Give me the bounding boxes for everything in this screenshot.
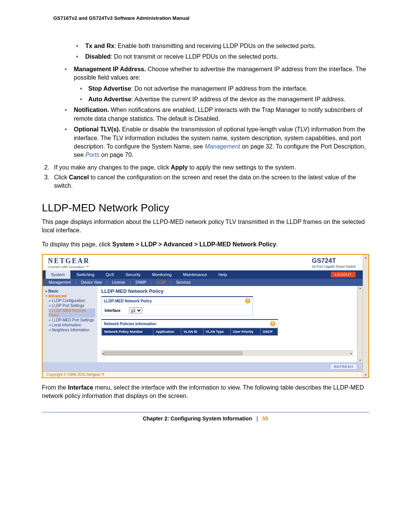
opt-auto: Auto Advertise: Advertise the current IP… — [80, 95, 369, 104]
doc-header: GS716Tv2 and GS724Tv3 Software Administr… — [42, 15, 369, 21]
opt-txrx: Tx and Rx: Enable both transmitting and … — [76, 42, 369, 50]
tab-monitoring[interactable]: Monitoring — [147, 270, 177, 279]
opt-tlv: Optional TLV(s). Enable or disable the t… — [65, 125, 369, 160]
col-vlantype: VLAN Type — [203, 328, 230, 335]
step-2-pre: If you make any changes to the page, cli… — [54, 164, 171, 171]
sidebar-item-neighbors-info[interactable]: » Neighbors Information — [49, 328, 95, 332]
subnav-device-view[interactable]: Device View — [80, 280, 104, 284]
opt-auto-text: : Advertise the current IP address of th… — [131, 96, 345, 102]
opt-notif-text: When notifications are enabled, LLDP int… — [74, 107, 362, 121]
tab-switching[interactable]: Switching — [71, 270, 100, 279]
opt-stop-text: : Do not advertise the management IP add… — [131, 85, 307, 92]
subnav-lldp[interactable]: LLDP — [155, 280, 167, 284]
sub-nav: Management| Device View| License| SNMP| … — [43, 279, 363, 286]
interface-label: Interface — [105, 308, 121, 313]
para-path-post: . — [276, 241, 278, 248]
para-intro: This page displays information about the… — [42, 218, 369, 235]
help-icon[interactable]: ? — [245, 298, 250, 304]
tab-system[interactable]: System — [46, 270, 70, 279]
sidebar-item-lldp-port[interactable]: » LLDP Port Settings — [49, 304, 95, 308]
step-2-post: to apply the new settings to the system. — [188, 164, 296, 171]
opt-stop-label: Stop Advertise — [88, 85, 131, 92]
para-post-shot: From the Interface menu, select the inte… — [42, 383, 369, 401]
subnav-management[interactable]: Management — [47, 280, 72, 284]
scroll-up-icon[interactable]: ▴ — [363, 255, 368, 259]
tagline: Connect with Innovation ™ — [48, 265, 90, 269]
outer-vertical-scrollbar[interactable]: ▴ ▾ — [363, 255, 368, 377]
step-3-pre: Click — [54, 174, 69, 181]
tab-maintenance[interactable]: Maintenance — [178, 270, 212, 279]
step-3-cancel: Cancel — [69, 174, 89, 181]
panel2-head: Network Policies Information — [104, 322, 156, 326]
col-dscp: DSCP — [261, 328, 278, 335]
col-npnum: Network Policy Number — [102, 328, 153, 335]
footer-page-number: 55 — [262, 415, 268, 422]
footer-sep: | — [256, 415, 258, 422]
opt-txrx-label: Tx and Rx — [85, 43, 114, 49]
opt-notif-label: Notification. — [74, 107, 109, 113]
post-shot-pre: From the — [42, 384, 68, 391]
post-shot-b: Interface — [68, 384, 93, 391]
opt-tlv-post: on page 70. — [100, 152, 134, 158]
chevron-right-icon: ▸ — [46, 289, 47, 293]
opt-mgmt-label: Management IP Address. — [74, 66, 146, 72]
panel-title: LLDP-MED Network Policy — [101, 288, 353, 294]
scroll-down-icon[interactable]: ▾ — [359, 358, 361, 362]
breadcrumb-path: System > LLDP > Advanced > LLDP-MED Netw… — [112, 241, 276, 248]
link-ports[interactable]: Ports — [85, 152, 99, 158]
sidebar-item-lldp-med-np[interactable]: » LLDP-MED Network Policy — [49, 308, 95, 318]
network-policies-table: Network Policy Number Application VLAN I… — [102, 328, 278, 335]
opt-tlv-label: Optional TLV(s). — [74, 126, 120, 133]
page-rule — [42, 412, 369, 412]
subnav-snmp[interactable]: SNMP — [134, 280, 148, 284]
subnav-services[interactable]: Services — [175, 280, 192, 284]
col-vlanid: VLAN ID — [181, 328, 203, 335]
para-path-pre: To display this page, click — [42, 241, 112, 248]
subnav-license[interactable]: License — [110, 280, 126, 284]
scroll-thumb[interactable] — [104, 351, 242, 355]
step-2: If you make any changes to the page, cli… — [51, 163, 369, 172]
sidebar-item-local-info[interactable]: » Local Information — [49, 323, 95, 328]
inner-vertical-scrollbar[interactable]: ▴ ▾ — [357, 286, 363, 362]
model-subtitle: 24 Port Gigabit Smart Switch — [312, 265, 356, 268]
col-userprio: User Priority — [230, 328, 260, 335]
model-name: GS724T — [312, 257, 356, 265]
sidebar-item-lldp-med-port[interactable]: » LLDP-MED Port Settings — [49, 318, 95, 323]
scroll-up-icon[interactable]: ▴ — [359, 286, 361, 290]
horizontal-scrollbar[interactable]: ◂ ▸ — [101, 350, 353, 356]
step-3-post: to cancel the configuration on the scree… — [54, 174, 356, 189]
opt-disabled-label: Disabled — [85, 53, 111, 60]
sidebar-basic[interactable]: ▸Basic — [46, 289, 95, 293]
netgear-logo: NETGEAR — [48, 257, 90, 265]
scroll-right-icon[interactable]: ▸ — [350, 351, 352, 355]
tab-help[interactable]: Help — [213, 270, 233, 279]
ui-screenshot: NETGEAR Connect with Innovation ™ GS724T… — [42, 254, 369, 378]
opt-auto-label: Auto Advertise — [88, 96, 131, 102]
scroll-down-icon[interactable]: ▾ — [363, 373, 368, 377]
opt-notif: Notification. When notifications are ena… — [65, 106, 369, 123]
copyright-text: Copyright © 1996-2010 Netgear ® — [43, 371, 363, 377]
footer-chapter: Chapter 2: Configuring System Informatio… — [143, 415, 252, 422]
refresh-button[interactable]: REFRESH — [330, 364, 357, 370]
help-icon[interactable]: ? — [270, 321, 276, 326]
chevron-down-icon: ▾ — [46, 294, 47, 298]
opt-disabled-text: : Do not transmit or receive LLDP PDUs o… — [111, 53, 278, 60]
interface-select[interactable]: g1 — [129, 307, 142, 313]
step-3: Click Cancel to cancel the configuration… — [51, 173, 369, 190]
logout-button[interactable]: LOGOUT — [331, 272, 356, 278]
sidebar-item-lldp-config[interactable]: » LLDP Configuration — [49, 299, 95, 303]
opt-stop: Stop Advertise: Do not advertise the man… — [80, 85, 369, 93]
main-nav: System Switching QoS Security Monitoring… — [43, 270, 363, 279]
panel1-head: LLDP-MED Network Policy — [104, 299, 152, 303]
content-area: LLDP-MED Network Policy LLDP-MED Network… — [97, 286, 357, 362]
link-management[interactable]: Management — [205, 143, 240, 150]
tab-qos[interactable]: QoS — [100, 270, 119, 279]
page-footer: Chapter 2: Configuring System Informatio… — [42, 415, 369, 422]
tab-security[interactable]: Security — [120, 270, 146, 279]
section-heading: LLDP-MED Network Policy — [42, 202, 369, 214]
opt-txrx-text: : Enable both transmitting and receiving… — [114, 43, 315, 49]
para-path: To display this page, click System > LLD… — [42, 240, 369, 249]
col-app: Application — [153, 328, 181, 335]
sidebar-advanced[interactable]: ▾Advanced — [46, 294, 95, 298]
sidebar: ▸Basic ▾Advanced » LLDP Configuration » … — [43, 286, 97, 362]
